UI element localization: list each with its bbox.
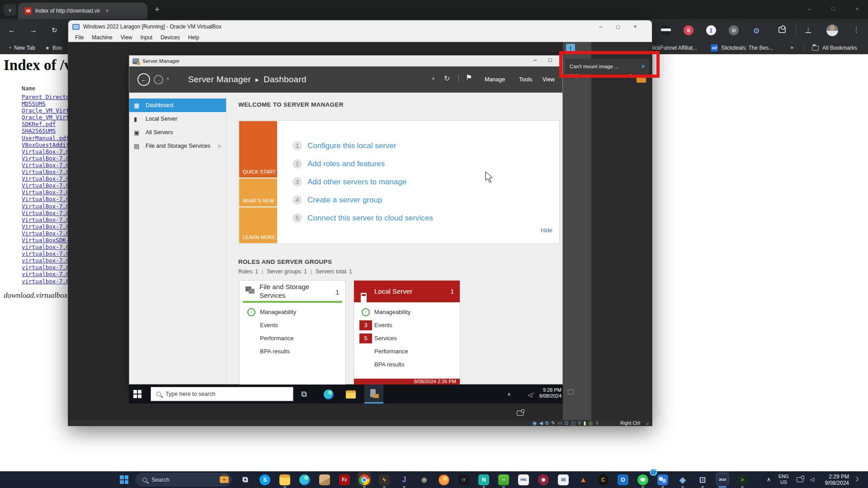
host-date: 9/08/2024 bbox=[819, 480, 849, 486]
taskbar-app-button[interactable]: ⊡ bbox=[693, 471, 712, 488]
screen: ∨ Index of http://download.vir × + – ▢ ×… bbox=[0, 0, 868, 488]
app-icon: IT bbox=[458, 474, 469, 485]
running-indicator bbox=[642, 486, 644, 488]
app-icon: ⊡ bbox=[697, 474, 708, 485]
running-indicator bbox=[383, 486, 386, 488]
host-start-button[interactable] bbox=[120, 475, 128, 484]
running-indicator bbox=[661, 486, 664, 488]
app-icon: > bbox=[737, 474, 748, 485]
app-icon: J bbox=[399, 474, 410, 485]
taskbar-app-button[interactable]: ◎ bbox=[414, 471, 434, 488]
search-icon bbox=[142, 478, 147, 482]
taskbar-app-button[interactable]: 27 bbox=[653, 471, 673, 488]
app-icon bbox=[319, 474, 330, 485]
app-icon: ϟ bbox=[379, 474, 390, 485]
app-icon: ☎ bbox=[637, 474, 648, 485]
taskbar-app-button[interactable]: •• bbox=[494, 471, 514, 488]
taskbar-app-button[interactable] bbox=[354, 471, 374, 488]
language-line2: US bbox=[778, 479, 789, 485]
app-icon: N bbox=[478, 474, 489, 485]
running-indicator bbox=[482, 486, 485, 488]
app-icon: ✉ bbox=[558, 474, 569, 485]
taskbar-app-button[interactable]: ◈ bbox=[673, 471, 693, 488]
taskbar-app-button[interactable]: N bbox=[474, 471, 494, 488]
app-icon: 2019 bbox=[717, 474, 728, 485]
app-icon: ◈ bbox=[677, 474, 688, 485]
taskbar-app-button[interactable] bbox=[275, 471, 295, 488]
language-indicator[interactable]: ENG US bbox=[778, 474, 789, 485]
app-icon bbox=[439, 474, 449, 485]
focus-assist-moon-icon[interactable]: ☽ bbox=[854, 476, 859, 483]
app-icon: S bbox=[259, 474, 270, 485]
taskbar-app-button[interactable] bbox=[315, 471, 335, 488]
app-icon bbox=[299, 474, 310, 485]
taskbar-app-button[interactable]: 2019 bbox=[712, 471, 732, 488]
app-icon bbox=[279, 474, 290, 485]
running-indicator bbox=[681, 486, 684, 488]
host-search-input[interactable]: Search bbox=[136, 473, 231, 486]
taskbar-app-button[interactable]: > bbox=[732, 471, 752, 488]
active-indicator bbox=[718, 486, 726, 488]
host-taskbar-apps: ⧉ S bbox=[235, 471, 752, 488]
app-icon: ▲ bbox=[578, 474, 589, 485]
app-icon: Fz bbox=[339, 474, 350, 485]
app-icon bbox=[657, 474, 668, 485]
app-icon: VNC bbox=[518, 474, 529, 485]
taskbar-app-button[interactable]: VNC bbox=[514, 471, 533, 488]
running-indicator bbox=[403, 486, 406, 488]
speaker-tray-icon[interactable]: ◁ bbox=[810, 476, 814, 483]
notification-badge: 27 bbox=[650, 469, 657, 476]
taskbar-app-button[interactable]: ✉ bbox=[553, 471, 573, 488]
taskbar-app-button[interactable]: J bbox=[394, 471, 414, 488]
taskbar-app-button[interactable]: ⧉ bbox=[235, 471, 255, 488]
host-clock[interactable]: 2:29 PM 9/08/2024 bbox=[819, 474, 849, 486]
taskbar-app-button[interactable]: ϟ bbox=[374, 471, 394, 488]
taskbar-app-button[interactable] bbox=[295, 471, 315, 488]
app-icon: O bbox=[618, 474, 628, 485]
app-icon: ⧉ bbox=[240, 474, 250, 485]
running-indicator bbox=[701, 486, 704, 488]
taskbar-app-button[interactable]: O bbox=[613, 471, 633, 488]
app-icon: C bbox=[598, 474, 609, 485]
language-line1: ENG bbox=[778, 474, 789, 479]
taskbar-app-button[interactable] bbox=[533, 471, 553, 488]
taskbar-app-button[interactable]: S bbox=[255, 471, 275, 488]
host-taskbar: Search ⧉ S bbox=[0, 0, 868, 488]
taskbar-app-button[interactable]: IT bbox=[454, 471, 474, 488]
running-indicator bbox=[283, 486, 286, 488]
search-highlight-briefcase-icon bbox=[220, 476, 229, 483]
network-tray-icon[interactable] bbox=[797, 477, 803, 482]
running-indicator bbox=[741, 486, 744, 488]
app-icon bbox=[538, 474, 549, 485]
tray-caret-icon[interactable]: ∧ bbox=[767, 476, 771, 483]
app-icon: ◎ bbox=[419, 474, 429, 485]
taskbar-app-button[interactable]: ▲ bbox=[573, 471, 593, 488]
app-icon: •• bbox=[498, 474, 509, 485]
taskbar-app-button[interactable]: C bbox=[593, 471, 613, 488]
host-time: 2:29 PM bbox=[819, 474, 849, 480]
taskbar-app-button[interactable] bbox=[434, 471, 454, 488]
running-indicator bbox=[363, 486, 366, 488]
taskbar-app-button[interactable]: Fz bbox=[335, 471, 354, 488]
running-indicator bbox=[502, 486, 505, 488]
host-search-label: Search bbox=[151, 477, 170, 483]
app-icon bbox=[359, 474, 370, 485]
